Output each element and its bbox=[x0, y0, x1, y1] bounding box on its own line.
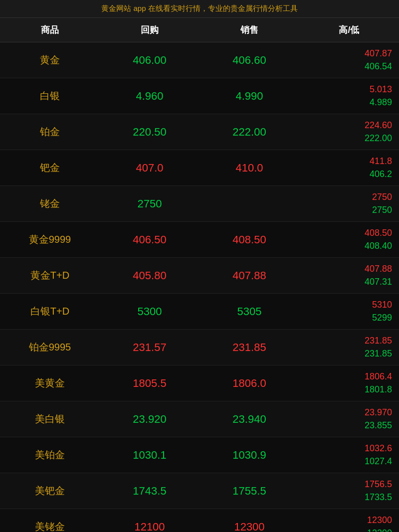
sell-price: 222.00 bbox=[200, 114, 299, 150]
table-row: 美白银23.92023.94023.97023.855 bbox=[0, 401, 399, 437]
low-price: 1027.4 bbox=[365, 455, 392, 468]
high-price: 1032.6 bbox=[365, 442, 392, 455]
table-row: 铑金275027502750 bbox=[0, 186, 399, 222]
sell-price: 12300 bbox=[200, 509, 299, 532]
high-low-price: 407.88407.31 bbox=[299, 258, 399, 293]
low-price: 1801.8 bbox=[365, 383, 392, 396]
header-col-highlow: 高/低 bbox=[299, 18, 399, 42]
top-banner: 黄金网站 app 在线看实时行情，专业的贵金属行情分析工具 bbox=[0, 0, 399, 18]
sell-price: 1806.0 bbox=[200, 365, 299, 401]
high-price: 5.013 bbox=[370, 83, 392, 96]
buyback-price: 1030.1 bbox=[100, 437, 200, 473]
high-price: 1756.5 bbox=[365, 478, 392, 491]
product-name: 黄金 bbox=[0, 42, 100, 78]
buyback-price: 4.960 bbox=[100, 78, 200, 114]
table-row: 黄金T+D405.80407.88407.88407.31 bbox=[0, 258, 399, 294]
table-row: 美钯金1743.51755.51756.51733.5 bbox=[0, 473, 399, 509]
low-price: 407.31 bbox=[365, 276, 392, 288]
high-low-price: 23.97023.855 bbox=[299, 401, 399, 437]
sell-price: 231.85 bbox=[200, 330, 299, 365]
high-low-price: 411.8406.2 bbox=[299, 150, 399, 185]
product-name: 铑金 bbox=[0, 186, 100, 221]
product-name: 白银T+D bbox=[0, 294, 100, 329]
high-low-price: 407.87406.54 bbox=[299, 42, 399, 78]
buyback-price: 1805.5 bbox=[100, 365, 200, 401]
high-price: 407.88 bbox=[365, 263, 392, 275]
table-row: 白银T+D5300530553105299 bbox=[0, 294, 399, 330]
table-row: 白银4.9604.9905.0134.989 bbox=[0, 78, 399, 114]
buyback-price: 1743.5 bbox=[100, 473, 200, 509]
high-low-price: 27502750 bbox=[299, 186, 399, 221]
table-row: 铂金220.50222.00224.60222.00 bbox=[0, 114, 399, 150]
product-name: 白银 bbox=[0, 78, 100, 114]
high-low-price: 1032.61027.4 bbox=[299, 437, 399, 473]
high-price: 5310 bbox=[372, 299, 392, 311]
high-price: 2750 bbox=[372, 191, 392, 203]
low-price: 231.85 bbox=[365, 348, 392, 360]
product-name: 美钯金 bbox=[0, 473, 100, 509]
table-row: 钯金407.0410.0411.8406.2 bbox=[0, 150, 399, 186]
high-price: 407.87 bbox=[365, 47, 392, 60]
price-table: 商品 回购 销售 高/低 黄金406.00406.60407.87406.54白… bbox=[0, 18, 399, 532]
sell-price: 1030.9 bbox=[200, 437, 299, 473]
buyback-price: 220.50 bbox=[100, 114, 200, 150]
product-name: 美铂金 bbox=[0, 437, 100, 473]
buyback-price: 23.920 bbox=[100, 401, 200, 437]
high-low-price: 5.0134.989 bbox=[299, 78, 399, 114]
table-row: 黄金9999406.50408.50408.50408.40 bbox=[0, 222, 399, 258]
product-name: 铂金 bbox=[0, 114, 100, 150]
table-row: 美黄金1805.51806.01806.41801.8 bbox=[0, 365, 399, 401]
product-name: 黄金9999 bbox=[0, 222, 100, 257]
low-price: 4.989 bbox=[370, 96, 392, 109]
buyback-price: 405.80 bbox=[100, 258, 200, 293]
low-price: 222.00 bbox=[365, 132, 392, 145]
sell-price: 410.0 bbox=[200, 150, 299, 185]
product-name: 铂金9995 bbox=[0, 330, 100, 365]
low-price: 408.40 bbox=[365, 240, 392, 252]
high-price: 231.85 bbox=[365, 335, 392, 347]
sell-price: 407.88 bbox=[200, 258, 299, 293]
product-name: 钯金 bbox=[0, 150, 100, 185]
buyback-price: 231.57 bbox=[100, 330, 200, 365]
low-price: 406.2 bbox=[370, 168, 392, 180]
product-name: 黄金T+D bbox=[0, 258, 100, 293]
high-low-price: 224.60222.00 bbox=[299, 114, 399, 150]
table-row: 美铑金12100123001230012300 bbox=[0, 509, 399, 532]
header-col-sell: 销售 bbox=[200, 18, 299, 42]
table-row: 铂金9995231.57231.85231.85231.85 bbox=[0, 330, 399, 365]
high-price: 224.60 bbox=[365, 119, 392, 132]
table-header: 商品 回购 销售 高/低 bbox=[0, 18, 399, 42]
buyback-price: 12100 bbox=[100, 509, 200, 532]
low-price: 12300 bbox=[367, 527, 392, 532]
high-low-price: 1806.41801.8 bbox=[299, 365, 399, 401]
sell-price: 1755.5 bbox=[200, 473, 299, 509]
high-low-price: 1230012300 bbox=[299, 509, 399, 532]
low-price: 23.855 bbox=[365, 419, 392, 432]
high-price: 23.970 bbox=[365, 406, 392, 419]
buyback-price: 406.50 bbox=[100, 222, 200, 257]
low-price: 406.54 bbox=[365, 60, 392, 73]
low-price: 2750 bbox=[372, 204, 392, 216]
sell-price bbox=[200, 186, 299, 221]
buyback-price: 5300 bbox=[100, 294, 200, 329]
sell-price: 5305 bbox=[200, 294, 299, 329]
high-low-price: 53105299 bbox=[299, 294, 399, 329]
buyback-price: 406.00 bbox=[100, 42, 200, 78]
high-price: 408.50 bbox=[365, 227, 392, 239]
table-body: 黄金406.00406.60407.87406.54白银4.9604.9905.… bbox=[0, 42, 399, 532]
high-price: 411.8 bbox=[370, 155, 392, 168]
buyback-price: 2750 bbox=[100, 186, 200, 221]
product-name: 美白银 bbox=[0, 401, 100, 437]
sell-price: 408.50 bbox=[200, 222, 299, 257]
sell-price: 23.940 bbox=[200, 401, 299, 437]
high-low-price: 408.50408.40 bbox=[299, 222, 399, 257]
buyback-price: 407.0 bbox=[100, 150, 200, 185]
low-price: 5299 bbox=[372, 312, 392, 324]
header-col-product: 商品 bbox=[0, 18, 100, 42]
banner-text: 黄金网站 app 在线看实时行情，专业的贵金属行情分析工具 bbox=[101, 4, 297, 12]
table-row: 黄金406.00406.60407.87406.54 bbox=[0, 42, 399, 78]
high-price: 1806.4 bbox=[365, 370, 392, 383]
sell-price: 406.60 bbox=[200, 42, 299, 78]
high-low-price: 231.85231.85 bbox=[299, 330, 399, 365]
high-low-price: 1756.51733.5 bbox=[299, 473, 399, 509]
